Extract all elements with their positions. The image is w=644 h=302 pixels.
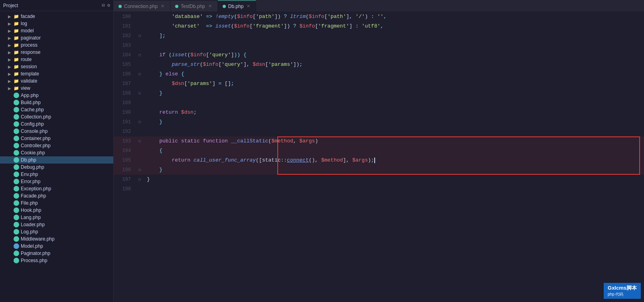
tree-item-log[interactable]: ▶📁log	[0, 20, 113, 27]
fold-icon[interactable]: ⊟	[136, 50, 144, 60]
folder-label: validate	[21, 78, 37, 84]
code-line-194: 194 {	[114, 146, 644, 156]
tree-item-Process-php[interactable]: Process.php	[0, 257, 113, 264]
file-dot-icon	[14, 258, 19, 263]
tree-item-App-php[interactable]: App.php	[0, 92, 113, 99]
tree-item-process[interactable]: ▶📁process	[0, 41, 113, 49]
tree-item-Facade-php[interactable]: Facade.php	[0, 192, 113, 199]
file-label: Cookie.php	[21, 150, 45, 156]
tree-item-Debug-php[interactable]: Debug.php	[0, 164, 113, 171]
file-dot-icon	[14, 100, 19, 105]
tree-item-session[interactable]: ▶📁session	[0, 63, 113, 70]
tree-item-Env-php[interactable]: Env.php	[0, 171, 113, 178]
code-line-197: 197 ⊟ }	[114, 175, 644, 184]
folder-icon: 📁	[14, 36, 19, 41]
fold-icon[interactable]: ⊟	[136, 31, 144, 41]
tree-item-Container-php[interactable]: Container.php	[0, 135, 113, 142]
tree-item-route[interactable]: ▶📁route	[0, 56, 113, 63]
line-number: 187	[114, 79, 136, 89]
line-content: ];	[144, 31, 644, 41]
file-label: Container.php	[21, 136, 51, 141]
tab-TestDb-php[interactable]: TestDb.php✕	[170, 0, 218, 12]
file-label: File.php	[21, 200, 38, 206]
tab-Db-php[interactable]: Db.php✕	[218, 0, 257, 12]
fold-icon[interactable]: ⊟	[136, 165, 144, 175]
file-label: Error.php	[21, 179, 40, 184]
fold-icon	[136, 108, 144, 117]
file-dot-icon	[14, 222, 19, 227]
tab-close-icon[interactable]: ✕	[246, 4, 251, 9]
tree-item-Paginator-php[interactable]: Paginator.php	[0, 250, 113, 257]
folder-icon: 📁	[14, 28, 19, 34]
tree-item-Error-php[interactable]: Error.php	[0, 178, 113, 185]
tree-item-facade[interactable]: ▶📁facade	[0, 13, 113, 20]
fold-icon[interactable]: ⊟	[136, 117, 144, 127]
tree-item-Build-php[interactable]: Build.php	[0, 99, 113, 106]
tree-item-Console-php[interactable]: Console.php	[0, 128, 113, 135]
line-content	[144, 127, 644, 136]
fold-icon[interactable]: ⊟	[136, 136, 144, 146]
folder-icon: 📁	[14, 43, 19, 48]
tree-item-model[interactable]: ▶📁model	[0, 27, 113, 34]
tree-item-Middleware-php[interactable]: Middleware.php	[0, 235, 113, 243]
tree-item-Loader-php[interactable]: Loader.php	[0, 221, 113, 228]
line-content	[144, 184, 644, 194]
file-label: Middleware.php	[21, 236, 55, 242]
code-line-193: 193 ⊟ public static function __callStati…	[114, 136, 644, 146]
tree-item-Log-php[interactable]: Log.php	[0, 228, 113, 235]
code-line-182: 182 ⊟ ];	[114, 31, 644, 41]
code-line-184: 184 ⊟ if (isset($info['query'])) {	[114, 50, 644, 60]
fold-icon[interactable]: ⊟	[136, 175, 144, 184]
tree-item-Collection-php[interactable]: Collection.php	[0, 113, 113, 120]
code-line-192: 192	[114, 127, 644, 136]
tree-item-Controller-php[interactable]: Controller.php	[0, 142, 113, 149]
tab-Connection-php[interactable]: Connection.php✕	[114, 0, 170, 12]
tree-item-validate[interactable]: ▶📁validate	[0, 77, 113, 85]
file-label: Hook.php	[21, 207, 41, 213]
folder-arrow: ▶	[8, 50, 14, 55]
line-content: }	[144, 89, 644, 98]
fold-icon	[136, 156, 144, 165]
tree-item-Cookie-php[interactable]: Cookie.php	[0, 149, 113, 156]
folder-arrow: ▶	[8, 72, 14, 76]
tab-label: TestDb.php	[181, 4, 205, 9]
code-area[interactable]: 180 'database' => !empty($info['path']) …	[114, 12, 644, 302]
fold-icon	[136, 12, 144, 22]
collapse-icon[interactable]: ⊟	[102, 2, 105, 8]
folder-arrow: ▶	[8, 65, 14, 69]
fold-icon[interactable]: ⊟	[136, 69, 144, 79]
file-dot-icon	[14, 251, 19, 256]
tree-item-paginator[interactable]: ▶📁paginator	[0, 34, 113, 41]
code-line-191: 191 ⊟ }	[114, 117, 644, 127]
code-line-198: 198	[114, 184, 644, 194]
folder-arrow: ▶	[8, 36, 14, 40]
folder-icon: 📁	[14, 57, 19, 62]
code-container: 180 'database' => !empty($info['path']) …	[114, 12, 644, 194]
tab-close-icon[interactable]: ✕	[160, 4, 165, 9]
tree-item-Cache-php[interactable]: Cache.php	[0, 106, 113, 113]
tree-item-response[interactable]: ▶📁response	[0, 49, 113, 56]
line-content: return call_user_func_array([static::con…	[144, 156, 644, 165]
tree-item-Config-php[interactable]: Config.php	[0, 120, 113, 128]
file-dot-icon	[14, 236, 19, 242]
fold-icon[interactable]: ⊟	[136, 89, 144, 98]
tree-item-Exception-php[interactable]: Exception.php	[0, 185, 113, 192]
tab-close-icon[interactable]: ✕	[207, 4, 213, 9]
file-dot-icon	[14, 150, 19, 156]
file-dot-icon	[14, 114, 19, 120]
tree-item-Hook-php[interactable]: Hook.php	[0, 207, 113, 214]
tree-item-Db-php[interactable]: Db.php	[0, 156, 113, 164]
tree-item-Model-php[interactable]: Model.php	[0, 243, 113, 250]
tree-item-File-php[interactable]: File.php	[0, 199, 113, 207]
code-line-195: 195 return call_user_func_array([static:…	[114, 156, 644, 165]
fold-icon	[136, 146, 144, 156]
folder-icon: 📁	[14, 50, 19, 55]
file-label: Build.php	[21, 100, 41, 105]
watermark: GxIcms脚本 php 代码	[604, 283, 641, 299]
tree-item-template[interactable]: ▶📁template	[0, 70, 113, 77]
tree-item-Lang-php[interactable]: Lang.php	[0, 214, 113, 221]
tree-item-view[interactable]: ▶📁view	[0, 85, 113, 92]
folder-label: log	[21, 21, 27, 26]
line-content: {	[144, 146, 644, 156]
settings-icon[interactable]: ⚙	[107, 2, 110, 8]
